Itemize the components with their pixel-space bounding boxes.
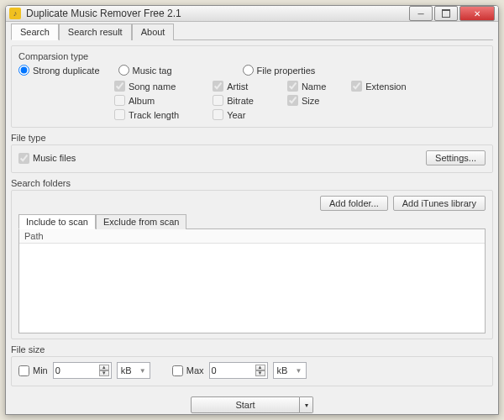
check-track-length[interactable]: Track length [114, 109, 179, 120]
path-column-header: Path [19, 229, 485, 244]
radio-file-properties[interactable]: File properties [243, 65, 316, 76]
comparison-group: Comparsion type Strong duplicate Music t… [11, 45, 493, 128]
window-title: Duplicate Music Remover Free 2.1 [26, 8, 407, 19]
tab-about[interactable]: About [132, 24, 175, 40]
check-extension[interactable]: Extension [351, 81, 406, 92]
max-spinner[interactable]: ▲▼ [255, 365, 265, 376]
path-list[interactable]: Path [18, 229, 486, 333]
radio-musictag-input[interactable] [118, 65, 129, 76]
window-controls: ─ ✕ [407, 6, 495, 21]
min-value-input[interactable]: ▲▼ [53, 362, 112, 379]
max-value-field[interactable] [212, 365, 252, 375]
check-music-files[interactable]: Music files [18, 153, 76, 164]
check-max[interactable]: Max [172, 365, 204, 376]
filetype-label: File type [11, 133, 493, 143]
subtab-include[interactable]: Include to scan [18, 214, 96, 229]
radio-strong-input[interactable] [18, 65, 29, 76]
min-value-field[interactable] [55, 365, 96, 375]
check-min[interactable]: Min [18, 365, 48, 376]
content-area: Search Search result About Comparsion ty… [6, 22, 498, 415]
comparison-checks: Song name Album Track length Artist Bitr… [114, 81, 486, 120]
max-value-input[interactable]: ▲▼ [209, 362, 268, 379]
minimize-button[interactable]: ─ [409, 6, 433, 21]
app-icon: ♪ [9, 8, 21, 19]
add-itunes-button[interactable]: Add iTunes library [393, 196, 486, 211]
filetype-group: Music files Settings... [11, 144, 493, 173]
radio-fileprops-input[interactable] [243, 65, 254, 76]
start-button-main[interactable]: Start [191, 396, 300, 413]
folders-label: Search folders [11, 178, 493, 188]
folder-subtabs: Include to scan Exclude from scan [18, 214, 486, 229]
check-artist[interactable]: Artist [213, 81, 254, 92]
main-tabs: Search Search result About [11, 24, 493, 40]
app-window: ♪ Duplicate Music Remover Free 2.1 ─ ✕ S… [5, 5, 499, 415]
filesize-label: File size [11, 344, 493, 354]
tab-search[interactable]: Search [11, 24, 59, 40]
min-spinner[interactable]: ▲▼ [99, 365, 109, 376]
check-song-name[interactable]: Song name [114, 81, 179, 92]
tab-search-result[interactable]: Search result [59, 24, 132, 40]
check-bitrate[interactable]: Bitrate [213, 95, 254, 106]
check-size[interactable]: Size [287, 95, 326, 106]
close-button[interactable]: ✕ [459, 6, 495, 21]
maximize-button[interactable] [434, 6, 458, 21]
min-unit-select[interactable]: kB▼ [117, 362, 150, 379]
settings-button[interactable]: Settings... [426, 150, 486, 165]
add-folder-button[interactable]: Add folder... [320, 196, 388, 211]
comparison-radios: Strong duplicate Music tag File properti… [18, 65, 486, 76]
subtab-exclude[interactable]: Exclude from scan [96, 214, 186, 229]
start-row: Start ▾ [11, 396, 493, 413]
radio-strong-duplicate[interactable]: Strong duplicate [18, 65, 100, 76]
start-button[interactable]: Start ▾ [191, 396, 313, 413]
folders-group: Add folder... Add iTunes library Include… [11, 190, 493, 339]
max-unit-select[interactable]: kB▼ [273, 362, 307, 379]
check-year[interactable]: Year [213, 109, 254, 120]
chevron-down-icon: ▼ [139, 367, 146, 375]
check-album[interactable]: Album [114, 95, 179, 106]
start-button-dropdown[interactable]: ▾ [300, 396, 313, 413]
titlebar[interactable]: ♪ Duplicate Music Remover Free 2.1 ─ ✕ [6, 6, 498, 22]
comparison-label: Comparsion type [18, 51, 486, 61]
check-name[interactable]: Name [287, 81, 326, 92]
radio-music-tag[interactable]: Music tag [118, 65, 172, 76]
chevron-down-icon: ▼ [296, 367, 302, 375]
filesize-group: Min ▲▼ kB▼ Max ▲▼ kB▼ [11, 356, 493, 386]
